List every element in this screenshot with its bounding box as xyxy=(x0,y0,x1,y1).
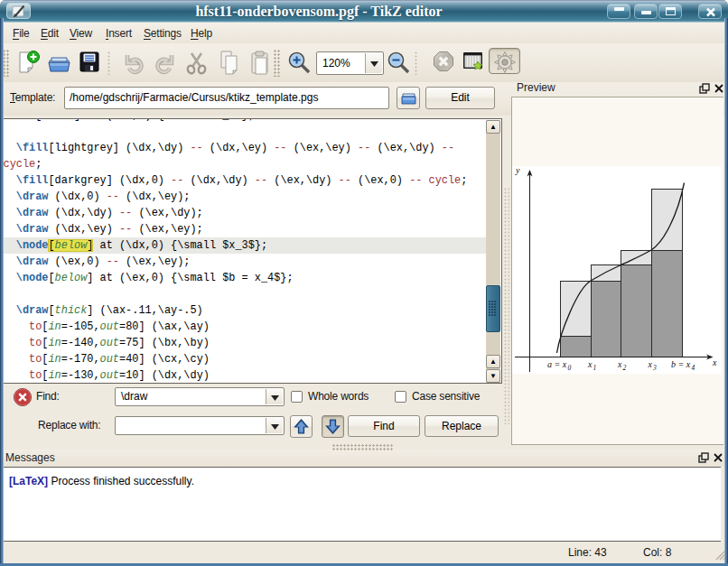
svg-text:x: x xyxy=(587,359,593,369)
svg-text:4: 4 xyxy=(692,364,695,372)
svg-text:2: 2 xyxy=(623,364,627,372)
svg-text:x: x xyxy=(648,359,653,369)
svg-text:a = x: a = x xyxy=(547,359,567,369)
svg-text:x: x xyxy=(617,359,622,369)
svg-text:b = x: b = x xyxy=(671,359,691,369)
svg-text:3: 3 xyxy=(652,364,657,372)
svg-text:1: 1 xyxy=(593,364,597,372)
svg-text:0: 0 xyxy=(568,364,572,372)
svg-text:y: y xyxy=(515,166,520,175)
svg-text:x: x xyxy=(712,357,717,367)
